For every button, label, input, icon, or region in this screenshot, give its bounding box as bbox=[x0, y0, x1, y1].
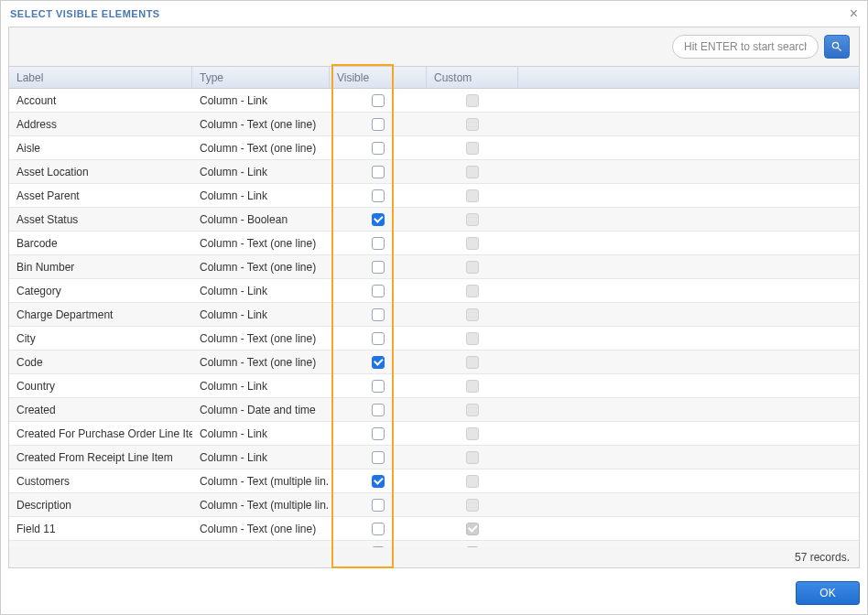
custom-checkbox bbox=[466, 475, 479, 488]
col-header-type[interactable]: Type bbox=[192, 67, 330, 88]
custom-checkbox bbox=[466, 237, 479, 250]
table-row[interactable]: Asset StatusColumn - Boolean bbox=[9, 208, 859, 232]
cell-custom bbox=[427, 261, 518, 274]
search-button[interactable] bbox=[824, 35, 850, 59]
grid-header: Label Type Visible Custom bbox=[9, 67, 859, 89]
cell-label: Code bbox=[9, 356, 192, 369]
cell-visible bbox=[330, 475, 427, 488]
close-icon[interactable]: × bbox=[850, 6, 858, 21]
col-header-visible[interactable]: Visible bbox=[330, 67, 427, 88]
table-row[interactable]: Created From Receipt Line ItemColumn - L… bbox=[9, 446, 859, 469]
col-header-label[interactable]: Label bbox=[9, 67, 192, 88]
custom-checkbox bbox=[466, 356, 479, 369]
cell-label: Country bbox=[9, 380, 192, 393]
table-row[interactable]: Created For Purchase Order Line ItemColu… bbox=[9, 422, 859, 446]
visible-checkbox[interactable] bbox=[372, 332, 385, 345]
visible-checkbox[interactable] bbox=[372, 189, 385, 202]
cell-visible bbox=[330, 332, 427, 345]
cell-type: Column - Link bbox=[192, 94, 330, 107]
table-row[interactable]: Charge DepartmentColumn - Link bbox=[9, 303, 859, 327]
dialog: SELECT VISIBLE ELEMENTS × Label Type Vis… bbox=[0, 0, 868, 615]
custom-checkbox bbox=[466, 213, 479, 226]
visible-checkbox[interactable] bbox=[372, 213, 385, 226]
cell-label: Customers bbox=[9, 475, 192, 488]
cell-visible bbox=[330, 189, 427, 202]
grid: Label Type Visible Custom AccountColumn … bbox=[9, 66, 859, 547]
visible-checkbox[interactable] bbox=[372, 380, 385, 393]
cell-visible bbox=[330, 166, 427, 178]
record-count: 57 records. bbox=[795, 551, 850, 564]
content-area: Label Type Visible Custom AccountColumn … bbox=[8, 27, 860, 568]
cell-visible bbox=[330, 261, 427, 274]
cell-custom bbox=[427, 427, 518, 440]
visible-checkbox[interactable] bbox=[372, 356, 385, 369]
table-row[interactable]: CategoryColumn - Link bbox=[9, 279, 859, 303]
cell-custom bbox=[427, 285, 518, 297]
search-input[interactable] bbox=[672, 35, 819, 59]
table-row[interactable]: CodeColumn - Text (one line) bbox=[9, 351, 859, 374]
custom-checkbox bbox=[466, 118, 479, 131]
cell-visible bbox=[330, 427, 427, 440]
table-row[interactable]: BarcodeColumn - Text (one line) bbox=[9, 232, 859, 255]
cell-custom bbox=[427, 380, 518, 393]
cell-label: Description bbox=[9, 499, 192, 512]
table-row[interactable]: Field 8Column - Text (one line) bbox=[9, 541, 859, 547]
custom-checkbox bbox=[466, 94, 479, 107]
visible-checkbox[interactable] bbox=[372, 261, 385, 274]
visible-checkbox[interactable] bbox=[372, 166, 385, 178]
table-row[interactable]: DescriptionColumn - Text (multiple lin..… bbox=[9, 493, 859, 517]
visible-checkbox[interactable] bbox=[372, 142, 385, 155]
cell-type: Column - Text (one line) bbox=[192, 356, 330, 369]
table-row[interactable]: Bin NumberColumn - Text (one line) bbox=[9, 255, 859, 279]
table-row[interactable]: CustomersColumn - Text (multiple lin... bbox=[9, 469, 859, 493]
cell-label: Asset Parent bbox=[9, 189, 192, 202]
cell-type: Column - Text (one line) bbox=[192, 261, 330, 274]
ok-button[interactable]: OK bbox=[796, 581, 860, 605]
visible-checkbox[interactable] bbox=[372, 285, 385, 297]
cell-custom bbox=[427, 356, 518, 369]
visible-checkbox[interactable] bbox=[372, 475, 385, 488]
cell-custom bbox=[427, 308, 518, 321]
table-row[interactable]: AccountColumn - Link bbox=[9, 89, 859, 113]
visible-checkbox[interactable] bbox=[372, 308, 385, 321]
custom-checkbox bbox=[466, 285, 479, 297]
visible-checkbox[interactable] bbox=[372, 451, 385, 464]
cell-label: City bbox=[9, 332, 192, 345]
search-icon bbox=[830, 40, 843, 53]
cell-type: Column - Link bbox=[192, 451, 330, 464]
cell-type: Column - Text (one line) bbox=[192, 523, 330, 535]
cell-type: Column - Text (multiple lin... bbox=[192, 499, 330, 512]
table-row[interactable]: AisleColumn - Text (one line) bbox=[9, 136, 859, 160]
custom-checkbox bbox=[466, 166, 479, 178]
table-row[interactable]: CreatedColumn - Date and time bbox=[9, 398, 859, 422]
cell-custom bbox=[427, 118, 518, 131]
grid-body[interactable]: AccountColumn - LinkAddressColumn - Text… bbox=[9, 89, 859, 547]
cell-label: Created For Purchase Order Line Item bbox=[9, 427, 192, 440]
table-row[interactable]: Asset LocationColumn - Link bbox=[9, 160, 859, 184]
visible-checkbox[interactable] bbox=[372, 427, 385, 440]
visible-checkbox[interactable] bbox=[372, 523, 385, 535]
table-row[interactable]: CountryColumn - Link bbox=[9, 374, 859, 398]
dialog-titlebar: SELECT VISIBLE ELEMENTS × bbox=[1, 1, 867, 27]
visible-checkbox[interactable] bbox=[372, 94, 385, 107]
visible-checkbox[interactable] bbox=[372, 499, 385, 512]
table-row[interactable]: AddressColumn - Text (one line) bbox=[9, 113, 859, 136]
custom-checkbox bbox=[466, 499, 479, 512]
custom-checkbox bbox=[466, 142, 479, 155]
col-header-custom[interactable]: Custom bbox=[427, 67, 518, 88]
cell-label: Barcode bbox=[9, 237, 192, 250]
table-row[interactable]: Field 11Column - Text (one line) bbox=[9, 517, 859, 541]
visible-checkbox[interactable] bbox=[372, 404, 385, 416]
visible-checkbox[interactable] bbox=[372, 237, 385, 250]
visible-checkbox[interactable] bbox=[372, 118, 385, 131]
cell-custom bbox=[427, 213, 518, 226]
table-row[interactable]: Asset ParentColumn - Link bbox=[9, 184, 859, 208]
custom-checkbox bbox=[466, 451, 479, 464]
cell-type: Column - Date and time bbox=[192, 404, 330, 416]
table-row[interactable]: CityColumn - Text (one line) bbox=[9, 327, 859, 351]
cell-custom bbox=[427, 475, 518, 488]
cell-type: Column - Link bbox=[192, 166, 330, 178]
cell-custom bbox=[427, 94, 518, 107]
cell-label: Charge Department bbox=[9, 308, 192, 321]
custom-checkbox bbox=[466, 189, 479, 202]
